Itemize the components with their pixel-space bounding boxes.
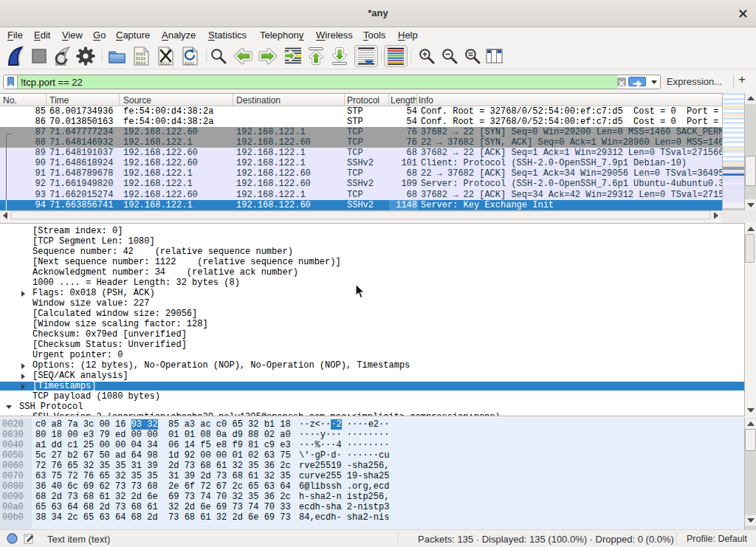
svg-text:0111: 0111 — [160, 61, 171, 66]
svg-text:0101: 0101 — [185, 61, 195, 66]
svg-text:0111: 0111 — [136, 61, 146, 66]
